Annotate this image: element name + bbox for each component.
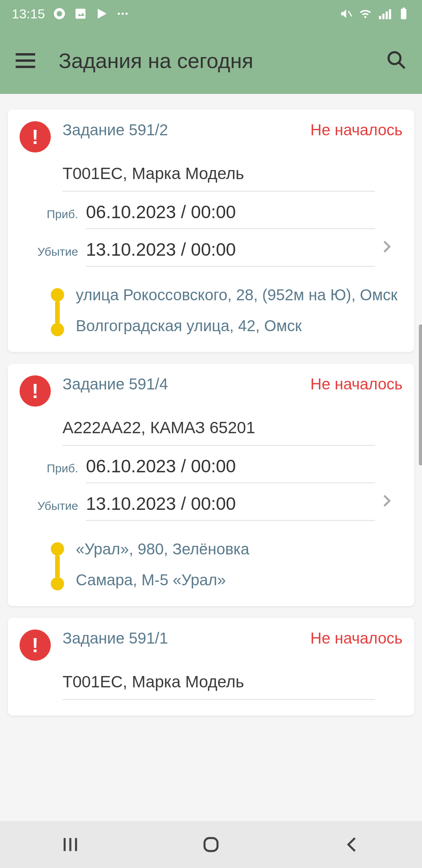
- recent-apps-button[interactable]: [59, 833, 82, 856]
- page-title: Задания на сегодня: [59, 48, 363, 73]
- battery-icon: [397, 7, 410, 20]
- gallery-icon: [74, 7, 87, 20]
- task-title: Задание 591/2: [63, 121, 168, 139]
- route-line-icon: [51, 538, 64, 590]
- alert-icon: !: [20, 121, 51, 152]
- svg-line-8: [349, 11, 352, 16]
- svg-rect-10: [382, 14, 384, 19]
- signal-icon: [378, 7, 391, 20]
- vehicle-info: А222АА22, КАМАЗ 65201: [63, 418, 375, 446]
- back-button[interactable]: [340, 833, 363, 856]
- chevron-right-icon[interactable]: [379, 490, 395, 513]
- route-line-icon: [51, 284, 64, 336]
- route-from: «Урал», 980, Зелёновка: [76, 538, 402, 560]
- arrival-label: Приб.: [20, 208, 86, 221]
- task-list: ! Задание 591/2 Не началось Т001ЕС, Марк…: [0, 94, 422, 821]
- departure-value: 13.10.2023 / 00:00: [86, 493, 375, 521]
- svg-point-1: [57, 11, 62, 16]
- svg-point-6: [122, 13, 124, 15]
- mute-icon: [340, 7, 353, 20]
- vehicle-info: Т001ЕС, Марка Модель: [63, 673, 375, 700]
- departure-value: 13.10.2023 / 00:00: [86, 239, 375, 267]
- menu-icon[interactable]: [16, 53, 35, 68]
- task-card[interactable]: ! Задание 591/2 Не началось Т001ЕС, Марк…: [8, 109, 414, 352]
- clock: 13:15: [12, 6, 45, 22]
- task-status: Не началось: [310, 375, 402, 393]
- svg-rect-20: [204, 838, 217, 851]
- task-card[interactable]: ! Задание 591/4 Не началось А222АА22, КА…: [8, 364, 414, 606]
- task-title: Задание 591/1: [63, 629, 168, 647]
- arrival-value: 06.10.2023 / 00:00: [86, 456, 375, 483]
- task-status: Не началось: [310, 629, 402, 647]
- task-title: Задание 591/4: [63, 375, 168, 393]
- route-section: «Урал», 980, Зелёновка Самара, М-5 «Урал…: [51, 538, 402, 590]
- svg-rect-11: [386, 11, 388, 19]
- scrollbar[interactable]: [419, 325, 422, 465]
- route-section: улица Рокоссовского, 28, (952м на Ю), Ом…: [51, 284, 402, 336]
- status-bar: 13:15: [0, 0, 422, 27]
- departure-label: Убытие: [20, 245, 86, 258]
- app-bar: Задания на сегодня: [0, 27, 422, 94]
- notification-icon: [53, 7, 66, 20]
- svg-point-5: [118, 13, 120, 15]
- more-icon: [116, 7, 129, 20]
- svg-point-15: [389, 52, 401, 64]
- svg-rect-9: [379, 16, 381, 20]
- svg-marker-4: [98, 9, 107, 19]
- svg-point-7: [125, 13, 128, 15]
- home-button[interactable]: [199, 833, 223, 856]
- vehicle-info: Т001ЕС, Марка Модель: [63, 164, 375, 192]
- arrival-label: Приб.: [20, 462, 86, 475]
- task-status: Не началось: [310, 121, 402, 139]
- chevron-right-icon[interactable]: [379, 236, 395, 259]
- alert-icon: !: [20, 629, 51, 661]
- route-from: улица Рокоссовского, 28, (952м на Ю), Ом…: [76, 284, 402, 305]
- route-to: Самара, М-5 «Урал»: [76, 569, 402, 590]
- task-card[interactable]: ! Задание 591/1 Не началось Т001ЕС, Марк…: [8, 618, 414, 716]
- svg-rect-14: [402, 7, 405, 9]
- svg-line-16: [399, 62, 405, 68]
- svg-rect-13: [401, 9, 406, 19]
- svg-rect-2: [75, 9, 86, 19]
- arrival-value: 06.10.2023 / 00:00: [86, 201, 375, 229]
- search-icon[interactable]: [386, 50, 406, 72]
- svg-rect-12: [389, 9, 391, 19]
- departure-label: Убытие: [20, 499, 86, 513]
- play-icon: [95, 7, 108, 20]
- route-to: Волгоградская улица, 42, Омск: [76, 315, 402, 336]
- alert-icon: !: [20, 375, 51, 407]
- wifi-icon: [359, 7, 372, 20]
- nav-bar: [0, 821, 422, 868]
